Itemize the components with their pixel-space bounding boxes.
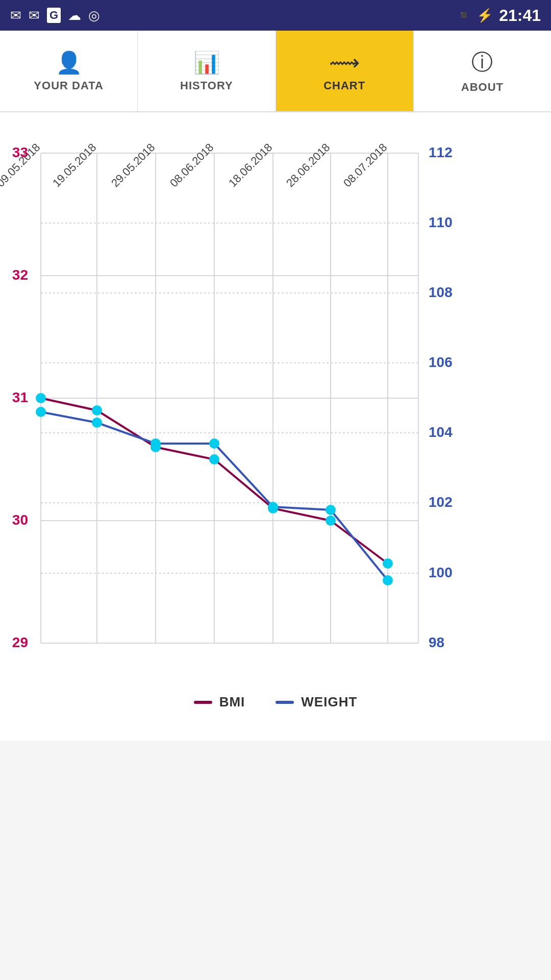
svg-text:33: 33 bbox=[12, 144, 28, 160]
tab-your-data[interactable]: 👤 YOUR DATA bbox=[0, 31, 138, 111]
bar-chart-icon: 📊 bbox=[193, 50, 220, 75]
tab-history-label: HISTORY bbox=[180, 79, 233, 92]
svg-text:104: 104 bbox=[429, 424, 453, 440]
weight-dot-7 bbox=[383, 575, 393, 585]
gmail-icon-1: ✉ bbox=[10, 8, 21, 23]
tab-about[interactable]: ⓘ ABOUT bbox=[414, 31, 551, 111]
bmi-dot-4 bbox=[209, 454, 219, 464]
battery-icon: ⚡ bbox=[477, 8, 493, 23]
target-icon: ◎ bbox=[88, 8, 100, 23]
sim-icon: ◾ bbox=[457, 9, 470, 22]
svg-text:110: 110 bbox=[429, 214, 453, 230]
tab-chart-label: CHART bbox=[323, 79, 365, 92]
status-bar-left: ✉ ✉ G ☁ ◎ bbox=[10, 8, 100, 23]
line-chart-icon: ⟿ bbox=[329, 50, 360, 75]
svg-text:29.05.2018: 29.05.2018 bbox=[109, 141, 158, 190]
svg-text:19.05.2018: 19.05.2018 bbox=[50, 141, 99, 190]
cloud-icon: ☁ bbox=[68, 8, 81, 23]
svg-text:100: 100 bbox=[429, 565, 453, 580]
bmi-dot-6 bbox=[325, 516, 336, 526]
chart-area: .grid-line { stroke: #c8c8d8; stroke-wid… bbox=[0, 112, 551, 741]
gmail-icon-2: ✉ bbox=[29, 8, 40, 23]
status-bar: ✉ ✉ G ☁ ◎ ◾ ⚡ 21:41 bbox=[0, 0, 551, 31]
svg-text:08.07.2018: 08.07.2018 bbox=[341, 141, 390, 190]
tab-history[interactable]: 📊 HISTORY bbox=[138, 31, 276, 111]
weight-legend-label: WEIGHT bbox=[301, 694, 357, 710]
tab-chart[interactable]: ⟿ CHART bbox=[276, 31, 414, 111]
tab-your-data-label: YOUR DATA bbox=[34, 79, 104, 92]
svg-text:102: 102 bbox=[429, 494, 453, 510]
svg-text:98: 98 bbox=[429, 634, 444, 650]
svg-text:28.06.2018: 28.06.2018 bbox=[284, 141, 333, 190]
svg-text:30: 30 bbox=[12, 512, 28, 528]
chart-wrapper: .grid-line { stroke: #c8c8d8; stroke-wid… bbox=[0, 122, 551, 684]
person-icon: 👤 bbox=[56, 50, 82, 75]
svg-text:18.06.2018: 18.06.2018 bbox=[226, 141, 275, 190]
chart-svg: .grid-line { stroke: #c8c8d8; stroke-wid… bbox=[0, 122, 551, 684]
weight-dot-3 bbox=[151, 438, 161, 449]
tab-about-label: ABOUT bbox=[461, 81, 504, 94]
bmi-legend-label: BMI bbox=[219, 694, 245, 710]
bmi-dot-2 bbox=[92, 405, 102, 415]
legend-weight: WEIGHT bbox=[276, 694, 357, 710]
weight-dot-2 bbox=[92, 418, 102, 428]
svg-text:08.06.2018: 08.06.2018 bbox=[167, 141, 216, 190]
legend-bmi: BMI bbox=[194, 694, 245, 710]
status-time: 21:41 bbox=[499, 6, 541, 25]
svg-text:112: 112 bbox=[429, 144, 453, 160]
status-bar-right: ◾ ⚡ 21:41 bbox=[457, 6, 541, 25]
svg-text:32: 32 bbox=[12, 267, 28, 283]
nav-tabs: 👤 YOUR DATA 📊 HISTORY ⟿ CHART ⓘ ABOUT bbox=[0, 31, 551, 112]
svg-text:106: 106 bbox=[429, 354, 453, 370]
svg-text:31: 31 bbox=[12, 389, 28, 405]
weight-legend-color bbox=[276, 701, 294, 704]
bmi-dot-7 bbox=[383, 558, 393, 569]
weight-dot-6 bbox=[325, 505, 336, 515]
gnews-icon: G bbox=[47, 8, 61, 23]
bmi-dot-1 bbox=[36, 393, 46, 403]
weight-dot-1 bbox=[36, 407, 46, 417]
weight-dot-4 bbox=[209, 438, 219, 449]
chart-legend: BMI WEIGHT bbox=[0, 694, 551, 710]
weight-dot-5 bbox=[268, 502, 278, 512]
svg-text:29: 29 bbox=[12, 634, 28, 650]
info-icon: ⓘ bbox=[471, 48, 493, 77]
bmi-legend-color bbox=[194, 701, 212, 704]
svg-text:108: 108 bbox=[429, 284, 453, 300]
